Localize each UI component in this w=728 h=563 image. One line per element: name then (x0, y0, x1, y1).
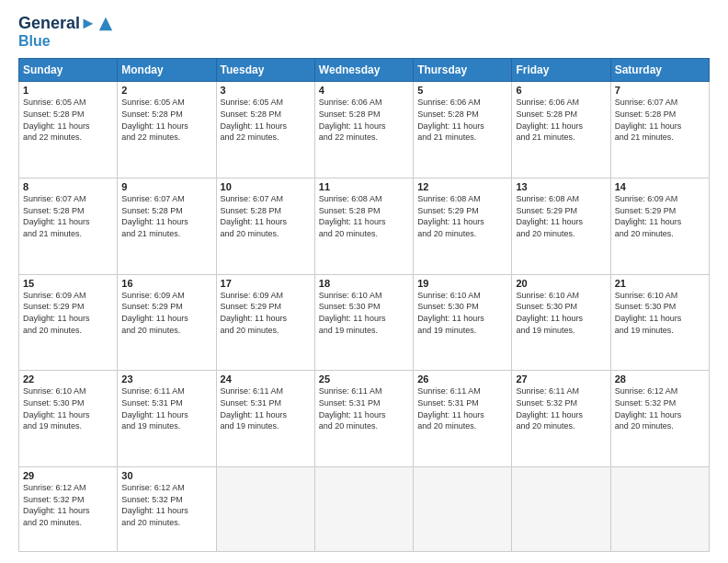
day-number: 22 (23, 373, 113, 385)
day-number: 14 (615, 181, 705, 192)
day-info: Sunrise: 6:12 AMSunset: 5:32 PMDaylight:… (121, 482, 211, 528)
weekday-header: Friday (512, 59, 610, 82)
day-info: Sunrise: 6:05 AMSunset: 5:28 PMDaylight:… (221, 97, 311, 143)
calendar-cell (314, 467, 413, 552)
calendar-cell (610, 467, 709, 552)
calendar-cell: 6Sunrise: 6:06 AMSunset: 5:28 PMDaylight… (512, 82, 610, 178)
day-info: Sunrise: 6:06 AMSunset: 5:28 PMDaylight:… (516, 97, 606, 143)
day-info: Sunrise: 6:09 AMSunset: 5:29 PMDaylight:… (615, 193, 705, 239)
day-info: Sunrise: 6:07 AMSunset: 5:28 PMDaylight:… (221, 193, 311, 239)
calendar-cell: 11Sunrise: 6:08 AMSunset: 5:28 PMDayligh… (314, 178, 413, 275)
page: General► Blue SundayMondayTuesdayWednesd… (0, 0, 728, 563)
calendar-cell: 22Sunrise: 6:10 AMSunset: 5:30 PMDayligh… (19, 371, 118, 467)
day-info: Sunrise: 6:12 AMSunset: 5:32 PMDaylight:… (615, 385, 705, 431)
day-number: 16 (121, 278, 211, 289)
day-number: 3 (221, 85, 311, 96)
calendar-cell: 17Sunrise: 6:09 AMSunset: 5:29 PMDayligh… (216, 274, 314, 371)
day-info: Sunrise: 6:10 AMSunset: 5:30 PMDaylight:… (516, 290, 606, 336)
calendar-cell: 18Sunrise: 6:10 AMSunset: 5:30 PMDayligh… (314, 274, 413, 371)
calendar-cell: 28Sunrise: 6:12 AMSunset: 5:32 PMDayligh… (610, 371, 709, 467)
calendar-cell: 8Sunrise: 6:07 AMSunset: 5:28 PMDaylight… (19, 178, 118, 275)
day-number: 21 (615, 278, 705, 289)
calendar-cell: 10Sunrise: 6:07 AMSunset: 5:28 PMDayligh… (216, 178, 314, 275)
calendar-cell: 13Sunrise: 6:08 AMSunset: 5:29 PMDayligh… (512, 178, 610, 275)
calendar-cell: 26Sunrise: 6:11 AMSunset: 5:31 PMDayligh… (414, 371, 512, 467)
day-number: 28 (615, 373, 705, 385)
day-info: Sunrise: 6:09 AMSunset: 5:29 PMDaylight:… (23, 290, 113, 336)
day-number: 18 (319, 278, 409, 289)
day-number: 19 (417, 278, 507, 289)
day-info: Sunrise: 6:10 AMSunset: 5:30 PMDaylight:… (319, 290, 409, 336)
day-info: Sunrise: 6:06 AMSunset: 5:28 PMDaylight:… (417, 97, 507, 143)
day-number: 7 (615, 85, 705, 96)
weekday-header: Tuesday (216, 59, 314, 82)
calendar-cell (512, 467, 610, 552)
day-info: Sunrise: 6:06 AMSunset: 5:28 PMDaylight:… (319, 97, 409, 143)
day-info: Sunrise: 6:11 AMSunset: 5:32 PMDaylight:… (516, 385, 606, 431)
day-info: Sunrise: 6:10 AMSunset: 5:30 PMDaylight:… (615, 290, 705, 336)
calendar-cell: 5Sunrise: 6:06 AMSunset: 5:28 PMDaylight… (414, 82, 512, 178)
day-number: 29 (23, 470, 113, 481)
day-number: 6 (516, 85, 606, 96)
day-number: 26 (417, 373, 507, 385)
calendar-cell: 25Sunrise: 6:11 AMSunset: 5:31 PMDayligh… (314, 371, 413, 467)
logo-icon (97, 16, 114, 32)
day-number: 4 (319, 85, 409, 96)
calendar-cell: 15Sunrise: 6:09 AMSunset: 5:29 PMDayligh… (19, 274, 118, 371)
weekday-header: Sunday (19, 59, 118, 82)
day-info: Sunrise: 6:08 AMSunset: 5:29 PMDaylight:… (417, 193, 507, 239)
calendar-cell: 23Sunrise: 6:11 AMSunset: 5:31 PMDayligh… (118, 371, 216, 467)
calendar-cell: 1Sunrise: 6:05 AMSunset: 5:28 PMDaylight… (19, 82, 118, 178)
day-number: 12 (417, 181, 507, 192)
logo: General► Blue (18, 15, 114, 49)
day-info: Sunrise: 6:05 AMSunset: 5:28 PMDaylight:… (23, 97, 113, 143)
day-info: Sunrise: 6:08 AMSunset: 5:29 PMDaylight:… (516, 193, 606, 239)
day-number: 13 (516, 181, 606, 192)
day-number: 17 (221, 278, 311, 289)
logo-blue: Blue (18, 33, 114, 50)
day-info: Sunrise: 6:07 AMSunset: 5:28 PMDaylight:… (121, 193, 211, 239)
day-number: 10 (221, 181, 311, 192)
calendar-cell: 16Sunrise: 6:09 AMSunset: 5:29 PMDayligh… (118, 274, 216, 371)
calendar-cell: 24Sunrise: 6:11 AMSunset: 5:31 PMDayligh… (216, 371, 314, 467)
calendar-cell: 2Sunrise: 6:05 AMSunset: 5:28 PMDaylight… (118, 82, 216, 178)
day-number: 15 (23, 278, 113, 289)
calendar-cell: 3Sunrise: 6:05 AMSunset: 5:28 PMDaylight… (216, 82, 314, 178)
calendar-cell (414, 467, 512, 552)
svg-marker-0 (99, 17, 112, 30)
day-info: Sunrise: 6:11 AMSunset: 5:31 PMDaylight:… (221, 385, 311, 431)
day-info: Sunrise: 6:09 AMSunset: 5:29 PMDaylight:… (221, 290, 311, 336)
weekday-header: Thursday (414, 59, 512, 82)
calendar-cell: 12Sunrise: 6:08 AMSunset: 5:29 PMDayligh… (414, 178, 512, 275)
calendar-cell: 30Sunrise: 6:12 AMSunset: 5:32 PMDayligh… (118, 467, 216, 552)
calendar-cell: 14Sunrise: 6:09 AMSunset: 5:29 PMDayligh… (610, 178, 709, 275)
calendar: SundayMondayTuesdayWednesdayThursdayFrid… (18, 58, 710, 552)
day-number: 24 (221, 373, 311, 385)
calendar-cell: 19Sunrise: 6:10 AMSunset: 5:30 PMDayligh… (414, 274, 512, 371)
day-number: 30 (121, 470, 211, 481)
day-info: Sunrise: 6:11 AMSunset: 5:31 PMDaylight:… (417, 385, 507, 431)
day-info: Sunrise: 6:07 AMSunset: 5:28 PMDaylight:… (23, 193, 113, 239)
calendar-cell: 27Sunrise: 6:11 AMSunset: 5:32 PMDayligh… (512, 371, 610, 467)
day-number: 1 (23, 85, 113, 96)
calendar-cell: 4Sunrise: 6:06 AMSunset: 5:28 PMDaylight… (314, 82, 413, 178)
weekday-header: Saturday (610, 59, 709, 82)
calendar-cell: 9Sunrise: 6:07 AMSunset: 5:28 PMDaylight… (118, 178, 216, 275)
day-number: 2 (121, 85, 211, 96)
day-number: 20 (516, 278, 606, 289)
day-number: 5 (417, 85, 507, 96)
weekday-header: Monday (118, 59, 216, 82)
calendar-cell (216, 467, 314, 552)
day-number: 27 (516, 373, 606, 385)
day-number: 11 (319, 181, 409, 192)
calendar-cell: 20Sunrise: 6:10 AMSunset: 5:30 PMDayligh… (512, 274, 610, 371)
day-info: Sunrise: 6:05 AMSunset: 5:28 PMDaylight:… (121, 97, 211, 143)
day-number: 9 (121, 181, 211, 192)
logo-text: General► (18, 15, 97, 33)
day-info: Sunrise: 6:08 AMSunset: 5:28 PMDaylight:… (319, 193, 409, 239)
day-info: Sunrise: 6:10 AMSunset: 5:30 PMDaylight:… (417, 290, 507, 336)
day-number: 25 (319, 373, 409, 385)
day-info: Sunrise: 6:11 AMSunset: 5:31 PMDaylight:… (121, 385, 211, 431)
weekday-header: Wednesday (314, 59, 413, 82)
day-info: Sunrise: 6:09 AMSunset: 5:29 PMDaylight:… (121, 290, 211, 336)
